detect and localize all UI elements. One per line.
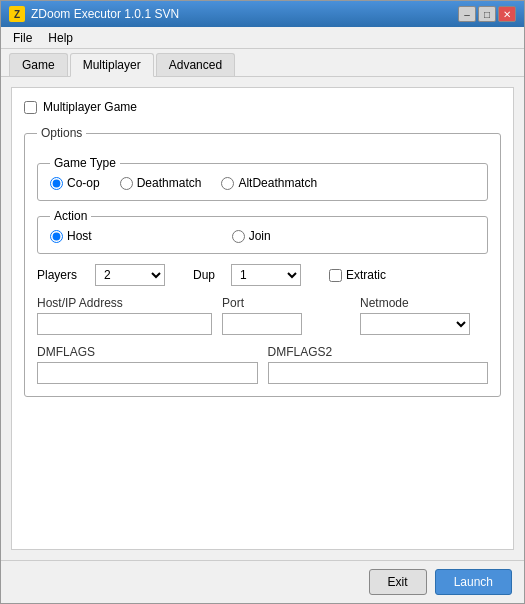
options-legend: Options (37, 126, 86, 140)
radio-host[interactable]: Host (50, 229, 92, 243)
radio-coop[interactable]: Co-op (50, 176, 100, 190)
content-area: Multiplayer Game Options Game Type Co-op (1, 77, 524, 560)
game-type-radio-group: Co-op Deathmatch AltDeathmatch (50, 176, 475, 190)
port-col: Port (222, 296, 350, 335)
tab-game[interactable]: Game (9, 53, 68, 76)
dmflags-col: DMFLAGS (37, 345, 258, 384)
window-title: ZDoom Executor 1.0.1 SVN (31, 7, 179, 21)
multiplayer-enable-row: Multiplayer Game (24, 100, 501, 114)
radio-coop-input[interactable] (50, 177, 63, 190)
port-label: Port (222, 296, 350, 310)
radio-altdeathmatch[interactable]: AltDeathmatch (221, 176, 317, 190)
netmode-label: Netmode (360, 296, 488, 310)
radio-coop-label: Co-op (67, 176, 100, 190)
tab-advanced[interactable]: Advanced (156, 53, 235, 76)
radio-host-input[interactable] (50, 230, 63, 243)
app-icon: Z (9, 6, 25, 22)
dmflags-input[interactable] (37, 362, 258, 384)
radio-deathmatch-label: Deathmatch (137, 176, 202, 190)
host-ip-input[interactable] (37, 313, 212, 335)
netmode-select[interactable]: 0 1 (360, 313, 470, 335)
dup-label: Dup (193, 268, 223, 282)
game-type-legend: Game Type (50, 156, 120, 170)
players-label: Players (37, 268, 87, 282)
exit-button[interactable]: Exit (369, 569, 427, 595)
dmflags2-label: DMFLAGS2 (268, 345, 489, 359)
radio-join-input[interactable] (232, 230, 245, 243)
dmflags2-col: DMFLAGS2 (268, 345, 489, 384)
players-dup-row: Players 2 3 4 5 6 7 8 Dup 1 2 (37, 264, 488, 286)
radio-deathmatch-input[interactable] (120, 177, 133, 190)
menu-bar: File Help (1, 27, 524, 49)
menu-help[interactable]: Help (40, 29, 81, 47)
action-fieldset: Action Host Join (37, 209, 488, 254)
game-type-fieldset: Game Type Co-op Deathmatch AltDeathma (37, 156, 488, 201)
radio-deathmatch[interactable]: Deathmatch (120, 176, 202, 190)
options-fieldset: Options Game Type Co-op Deathmatch (24, 126, 501, 397)
menu-file[interactable]: File (5, 29, 40, 47)
title-bar: Z ZDoom Executor 1.0.1 SVN – □ ✕ (1, 1, 524, 27)
radio-join[interactable]: Join (232, 229, 271, 243)
extratic-checkbox[interactable] (329, 269, 342, 282)
dup-group: Dup 1 2 3 4 (193, 264, 301, 286)
host-ip-col: Host/IP Address (37, 296, 212, 335)
launch-button[interactable]: Launch (435, 569, 512, 595)
multiplayer-enable-checkbox[interactable] (24, 101, 37, 114)
close-button[interactable]: ✕ (498, 6, 516, 22)
minimize-button[interactable]: – (458, 6, 476, 22)
port-input[interactable] (222, 313, 302, 335)
footer: Exit Launch (1, 560, 524, 603)
extratic-group: Extratic (329, 268, 386, 282)
players-select[interactable]: 2 3 4 5 6 7 8 (95, 264, 165, 286)
action-radio-group: Host Join (50, 229, 475, 243)
radio-host-label: Host (67, 229, 92, 243)
dmflags2-input[interactable] (268, 362, 489, 384)
title-buttons: – □ ✕ (458, 6, 516, 22)
radio-join-label: Join (249, 229, 271, 243)
title-bar-left: Z ZDoom Executor 1.0.1 SVN (9, 6, 179, 22)
host-ip-label: Host/IP Address (37, 296, 212, 310)
main-panel: Multiplayer Game Options Game Type Co-op (11, 87, 514, 550)
maximize-button[interactable]: □ (478, 6, 496, 22)
dmflags-row: DMFLAGS DMFLAGS2 (37, 345, 488, 384)
tabs-bar: Game Multiplayer Advanced (1, 49, 524, 77)
extratic-label: Extratic (346, 268, 386, 282)
host-port-netmode-row: Host/IP Address Port Netmode 0 1 (37, 296, 488, 335)
action-legend: Action (50, 209, 91, 223)
radio-altdeathmatch-input[interactable] (221, 177, 234, 190)
dmflags-label: DMFLAGS (37, 345, 258, 359)
tab-multiplayer[interactable]: Multiplayer (70, 53, 154, 77)
main-window: Z ZDoom Executor 1.0.1 SVN – □ ✕ File He… (0, 0, 525, 604)
multiplayer-enable-label: Multiplayer Game (43, 100, 137, 114)
dup-select[interactable]: 1 2 3 4 (231, 264, 301, 286)
radio-altdeathmatch-label: AltDeathmatch (238, 176, 317, 190)
netmode-col: Netmode 0 1 (360, 296, 488, 335)
